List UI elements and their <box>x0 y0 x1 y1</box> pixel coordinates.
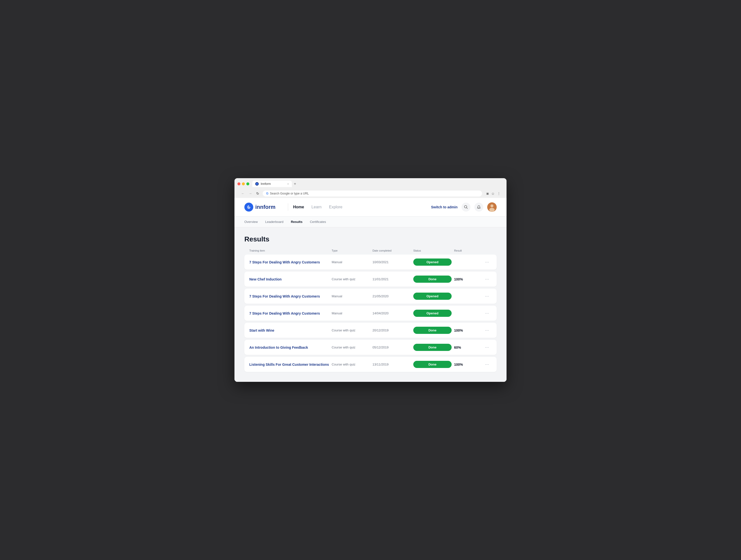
main-area: Results Training item Type Date complete… <box>234 227 507 382</box>
logo-area: innform <box>244 203 275 212</box>
app-content: innform Home Learn Explore Switch to adm… <box>234 198 507 382</box>
row-menu-button[interactable]: ⋯ <box>482 362 492 367</box>
maximize-window-button[interactable] <box>246 182 249 185</box>
row-type: Course with quiz <box>332 328 370 332</box>
row-date: 20/12/2019 <box>373 328 411 332</box>
close-window-button[interactable] <box>238 182 241 185</box>
row-title[interactable]: Listening Skills For Great Customer Inte… <box>249 363 329 367</box>
avatar[interactable] <box>487 203 497 212</box>
row-type: Manual <box>332 311 370 315</box>
logo-icon <box>244 203 253 212</box>
row-menu-button[interactable]: ⋯ <box>482 260 492 264</box>
status-badge: Opened <box>413 258 452 266</box>
status-badge: Done <box>413 275 452 283</box>
table-rows: 7 Steps For Dealing With Angry Customers… <box>244 254 497 372</box>
row-menu-button[interactable]: ⋯ <box>482 328 492 333</box>
logo-divider <box>288 204 288 211</box>
browser-window: i Innform × + ← → ↻ G Search Google or t… <box>234 178 507 382</box>
back-button[interactable]: ← <box>241 191 245 195</box>
tab-title: Innform <box>261 182 285 185</box>
app-header: innform Home Learn Explore Switch to adm… <box>234 198 507 217</box>
logo-text: innform <box>255 204 275 210</box>
row-type: Manual <box>332 260 370 264</box>
row-title[interactable]: 7 Steps For Dealing With Angry Customers <box>249 294 329 298</box>
row-title[interactable]: 7 Steps For Dealing With Angry Customers <box>249 311 329 315</box>
col-header-status: Status <box>413 249 452 252</box>
row-title[interactable]: Start with Wine <box>249 328 329 332</box>
status-badge: Opened <box>413 293 452 300</box>
row-type: Course with quiz <box>332 345 370 349</box>
browser-titlebar: i Innform × + <box>238 181 503 187</box>
extensions-icon[interactable]: ◙ <box>486 191 488 195</box>
forward-button[interactable]: → <box>248 191 253 195</box>
row-type: Manual <box>332 294 370 298</box>
row-menu-button[interactable]: ⋯ <box>482 345 492 350</box>
subnav-overview[interactable]: Overview <box>244 220 258 224</box>
menu-icon[interactable]: ⋮ <box>497 191 500 195</box>
row-menu-button[interactable]: ⋯ <box>482 294 492 299</box>
status-badge: Opened <box>413 310 452 317</box>
row-menu-button[interactable]: ⋯ <box>482 311 492 316</box>
col-header-date: Date completed <box>373 249 411 252</box>
table-row: New Chef Induction Course with quiz 11/0… <box>244 271 497 287</box>
table-header: Training item Type Date completed Status… <box>244 249 497 254</box>
browser-tab[interactable]: i Innform × <box>252 181 292 187</box>
refresh-button[interactable]: ↻ <box>255 191 260 195</box>
nav-learn[interactable]: Learn <box>312 205 322 209</box>
header-actions: Switch to admin <box>431 203 497 212</box>
table-row: Start with Wine Course with quiz 20/12/2… <box>244 323 497 338</box>
switch-to-admin-button[interactable]: Switch to admin <box>431 205 458 209</box>
row-type: Course with quiz <box>332 363 370 366</box>
results-table: Training item Type Date completed Status… <box>244 249 497 372</box>
table-row: An Introduction to Giving Feedback Cours… <box>244 340 497 355</box>
subnav-certificates[interactable]: Certificates <box>310 220 326 224</box>
search-icon <box>464 205 468 209</box>
row-result: 100% <box>454 277 480 281</box>
table-row: 7 Steps For Dealing With Angry Customers… <box>244 254 497 269</box>
sub-nav: Overview Leaderboard Results Certificate… <box>234 217 507 227</box>
address-text: Search Google or type a URL <box>270 192 309 195</box>
row-result: 100% <box>454 363 480 367</box>
row-date: 14/04/2020 <box>373 311 411 315</box>
row-menu-button[interactable]: ⋯ <box>482 277 492 282</box>
nav-home[interactable]: Home <box>293 205 304 209</box>
row-date: 13/11/2019 <box>373 363 411 366</box>
notifications-button[interactable] <box>474 203 483 212</box>
tab-close-button[interactable]: × <box>287 182 289 185</box>
subnav-leaderboard[interactable]: Leaderboard <box>265 220 283 224</box>
browser-actions: ◙ ☺ ⋮ <box>486 191 500 195</box>
search-button[interactable] <box>462 203 470 212</box>
row-date: 21/05/2020 <box>373 294 411 298</box>
status-badge: Done <box>413 327 452 334</box>
status-badge: Done <box>413 344 452 351</box>
bell-icon <box>477 205 481 209</box>
new-tab-button[interactable]: + <box>294 182 296 186</box>
svg-point-6 <box>490 205 493 207</box>
traffic-lights <box>238 182 249 185</box>
row-title[interactable]: 7 Steps For Dealing With Angry Customers <box>249 260 329 264</box>
table-row: 7 Steps For Dealing With Angry Customers… <box>244 306 497 321</box>
row-title[interactable]: An Introduction to Giving Feedback <box>249 345 329 349</box>
main-nav: Home Learn Explore <box>293 205 431 209</box>
col-header-training: Training item <box>249 249 329 252</box>
address-bar[interactable]: G Search Google or type a URL <box>263 190 482 196</box>
svg-point-3 <box>248 207 250 208</box>
row-date: 11/01/2021 <box>373 277 411 281</box>
svg-text:i: i <box>257 183 257 185</box>
google-icon: G <box>266 192 268 195</box>
row-result: 60% <box>454 345 480 349</box>
nav-explore[interactable]: Explore <box>329 205 342 209</box>
minimize-window-button[interactable] <box>242 182 245 185</box>
table-row: Listening Skills For Great Customer Inte… <box>244 357 497 372</box>
row-date: 10/03/2021 <box>373 260 411 264</box>
profile-icon[interactable]: ☺ <box>491 191 495 195</box>
col-header-type: Type <box>332 249 370 252</box>
subnav-results[interactable]: Results <box>291 220 302 224</box>
col-header-actions <box>482 249 492 252</box>
svg-point-7 <box>489 208 495 212</box>
table-row: 7 Steps For Dealing With Angry Customers… <box>244 289 497 304</box>
tab-favicon: i <box>255 182 259 185</box>
row-title[interactable]: New Chef Induction <box>249 277 329 281</box>
page-title: Results <box>244 235 497 243</box>
row-date: 05/12/2019 <box>373 345 411 349</box>
